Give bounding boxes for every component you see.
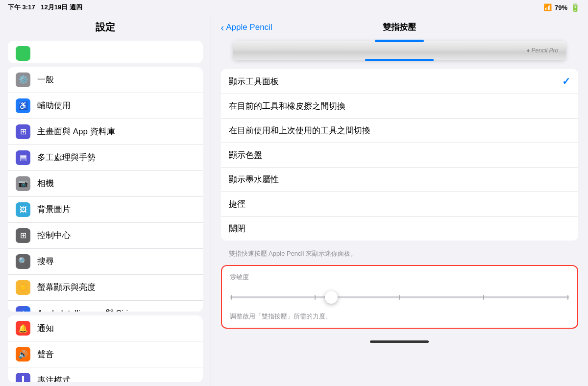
tick-3 [399, 295, 400, 300]
sidebar-item-homescreen[interactable]: ⊞ 主畫面與 App 資料庫 [8, 119, 203, 145]
focus-label: 專注模式 [37, 375, 71, 382]
checkmark-icon: ✓ [562, 75, 570, 87]
settings-item-off[interactable]: 關閉 [221, 217, 579, 241]
sidebar-partial-item[interactable] [8, 41, 203, 63]
display-icon: ☀️ [16, 280, 30, 295]
homescreen-icon: ⊞ [16, 124, 30, 139]
show-color-label: 顯示色盤 [229, 149, 262, 161]
off-label: 關閉 [229, 223, 245, 234]
back-button[interactable]: ‹ Apple Pencil [221, 23, 272, 32]
description-text: 雙指快速按壓 Apple Pencil 來顯示迷你面板。 [221, 246, 579, 263]
pencil-brand-text: ♦ Pencil Pro [527, 47, 558, 54]
display-label: 螢幕顯示與亮度 [37, 282, 96, 293]
sidebar-item-focus[interactable]: ⏽ 專注模式 [8, 367, 203, 382]
sidebar: 設定 ⚙️ 一般 ♿ 輔助使用 ⊞ 主畫面與 App 資料庫 ▤ [0, 15, 211, 386]
show-ink-label: 顯示墨水屬性 [229, 174, 279, 185]
slider-track [230, 296, 570, 298]
sound-label: 聲音 [37, 349, 54, 360]
back-chevron-icon: ‹ [221, 23, 224, 32]
sensitivity-slider-container [230, 288, 570, 307]
status-time-date: 下午 3:17 12月19日 週四 [8, 3, 82, 12]
show-toolbar-label: 顯示工具面板 [229, 76, 279, 87]
sidebar-item-wallpaper[interactable]: 🖼 背景圖片 [8, 197, 203, 223]
sound-icon: 🔊 [16, 347, 30, 362]
accessibility-label: 輔助使用 [37, 100, 71, 111]
pencil-bottom-accent [365, 59, 434, 61]
status-time: 下午 3:17 [8, 3, 35, 11]
sidebar-item-multitask[interactable]: ▤ 多工處理與手勢 [8, 145, 203, 171]
right-panel: ‹ Apple Pencil 雙指按壓 ♦ Pencil Pro 顯示工具面板 … [211, 15, 588, 386]
control-icon: ⊞ [16, 228, 30, 243]
multitask-label: 多工處理與手勢 [37, 152, 96, 163]
status-bar: 下午 3:17 12月19日 週四 📶 79% 🔋 [0, 0, 588, 15]
wallpaper-label: 背景圖片 [37, 204, 71, 215]
battery-text: 79% [555, 4, 567, 11]
control-label: 控制中心 [37, 230, 71, 241]
multitask-icon: ▤ [16, 150, 30, 165]
sidebar-item-notification[interactable]: 🔔 通知 [8, 315, 203, 341]
slider-thumb[interactable] [325, 291, 338, 304]
sensitivity-section: 靈敏度 調整啟用「雙指按壓」所需的力度。 [221, 265, 579, 329]
settings-item-show-color[interactable]: 顯示色盤 [221, 143, 579, 168]
home-indicator-bar [370, 340, 429, 343]
pencil-top-accent [375, 40, 424, 42]
tick-5 [567, 295, 568, 300]
switch-eraser-label: 在目前的工具和橡皮擦之間切換 [229, 100, 345, 112]
settings-item-switch-last[interactable]: 在目前使用和上次使用的工具之間切換 [221, 119, 579, 143]
sidebar-item-camera[interactable]: 📷 相機 [8, 171, 203, 197]
wifi-icon: 📶 [543, 3, 552, 11]
settings-list: 顯示工具面板 ✓ 在目前的工具和橡皮擦之間切換 在目前使用和上次使用的工具之間切… [221, 69, 579, 241]
camera-icon: 📷 [16, 176, 30, 191]
tick-2 [315, 295, 316, 300]
sensitivity-description: 調整啟用「雙指按壓」所需的力度。 [230, 312, 570, 321]
siri-label: Apple Intelligence 與 Siri [37, 308, 128, 312]
sidebar-title: 設定 [0, 15, 211, 39]
settings-item-show-ink[interactable]: 顯示墨水屬性 [221, 168, 579, 192]
focus-icon: ⏽ [16, 373, 30, 382]
pencil-illustration: ♦ Pencil Pro [221, 40, 579, 61]
sensitivity-label: 靈敏度 [230, 273, 570, 282]
settings-item-switch-eraser[interactable]: 在目前的工具和橡皮擦之間切換 [221, 94, 579, 119]
tick-4 [483, 295, 484, 300]
right-header: ‹ Apple Pencil 雙指按壓 [211, 15, 588, 40]
notification-label: 通知 [37, 323, 54, 334]
shortcut-label: 捷徑 [229, 198, 245, 210]
sidebar-list-2: 🔔 通知 🔊 聲音 ⏽ 專注模式 [8, 315, 203, 382]
battery-icon: 🔋 [570, 3, 580, 12]
status-date: 12月19日 週四 [41, 3, 82, 11]
sidebar-item-display[interactable]: ☀️ 螢幕顯示與亮度 [8, 275, 203, 301]
sidebar-item-control[interactable]: ⊞ 控制中心 [8, 223, 203, 249]
siri-icon: ✦ [16, 306, 30, 312]
sidebar-top-partial [8, 41, 203, 63]
bottom-indicator [211, 337, 588, 345]
sidebar-item-sound[interactable]: 🔊 聲音 [8, 341, 203, 367]
sidebar-item-search[interactable]: 🔍 搜尋 [8, 249, 203, 275]
search-icon: 🔍 [16, 254, 30, 269]
camera-label: 相機 [37, 178, 54, 189]
sidebar-item-siri[interactable]: ✦ Apple Intelligence 與 Siri [8, 301, 203, 312]
pencil-body: ♦ Pencil Pro [233, 41, 566, 60]
tick-1 [231, 295, 232, 300]
general-icon: ⚙️ [16, 72, 30, 87]
sidebar-item-accessibility[interactable]: ♿ 輔助使用 [8, 93, 203, 119]
settings-item-show-toolbar[interactable]: 顯示工具面板 ✓ [221, 69, 579, 94]
wallpaper-icon: 🖼 [16, 202, 30, 217]
partial-icon [16, 46, 30, 61]
notification-icon: 🔔 [16, 321, 30, 336]
switch-last-label: 在目前使用和上次使用的工具之間切換 [229, 125, 370, 136]
search-label: 搜尋 [37, 256, 54, 267]
homescreen-label: 主畫面與 App 資料庫 [37, 126, 115, 137]
back-label: Apple Pencil [226, 23, 272, 32]
status-icons: 📶 79% 🔋 [543, 3, 580, 12]
settings-item-shortcut[interactable]: 捷徑 [221, 192, 579, 217]
sidebar-item-general[interactable]: ⚙️ 一般 [8, 67, 203, 93]
general-label: 一般 [37, 74, 54, 85]
accessibility-icon: ♿ [16, 98, 30, 113]
right-panel-title: 雙指按壓 [383, 22, 416, 33]
main-layout: 設定 ⚙️ 一般 ♿ 輔助使用 ⊞ 主畫面與 App 資料庫 ▤ [0, 15, 588, 386]
sidebar-list: ⚙️ 一般 ♿ 輔助使用 ⊞ 主畫面與 App 資料庫 ▤ 多工處理與手勢 📷 … [8, 67, 203, 312]
